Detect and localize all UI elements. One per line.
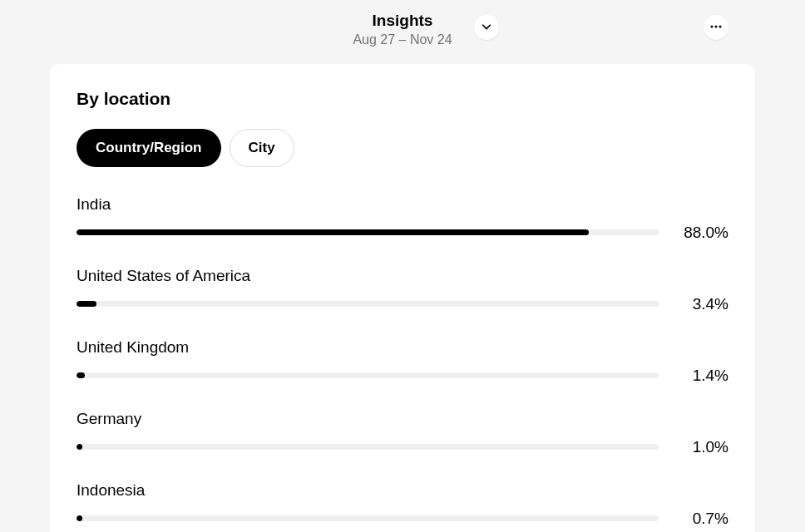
bar-track — [77, 515, 659, 521]
bar-fill — [77, 301, 96, 307]
location-value: 88.0% — [679, 224, 728, 242]
location-row: 0.7% — [77, 510, 728, 528]
location-name: Indonesia — [77, 481, 728, 500]
list-item: Germany 1.0% — [77, 410, 728, 456]
more-options-button[interactable] — [704, 15, 728, 40]
list-item: India 88.0% — [77, 195, 728, 242]
date-range: Aug 27 – Nov 24 — [353, 32, 452, 47]
location-value: 1.4% — [679, 367, 728, 385]
chevron-down-icon — [481, 21, 492, 35]
location-tabs: Country/Region City — [77, 129, 728, 167]
location-name: United States of America — [77, 267, 728, 285]
svg-point-1 — [715, 25, 718, 27]
bar-fill — [77, 372, 85, 378]
bar-fill — [77, 515, 82, 521]
bar-fill — [77, 229, 589, 235]
location-row: 3.4% — [77, 295, 728, 313]
bar-fill — [77, 444, 82, 450]
location-row: 1.0% — [77, 438, 728, 456]
svg-point-2 — [719, 25, 722, 27]
location-row: 88.0% — [77, 224, 728, 242]
bar-track — [77, 372, 659, 378]
location-name: United Kingdom — [77, 338, 728, 357]
location-card: By location Country/Region City India 88… — [50, 64, 755, 532]
header-center: Insights Aug 27 – Nov 24 — [353, 12, 452, 47]
svg-point-0 — [711, 25, 714, 27]
bar-track — [77, 229, 659, 235]
location-name: Germany — [77, 410, 728, 428]
list-item: United Kingdom 1.4% — [77, 338, 728, 385]
date-range-dropdown-button[interactable] — [474, 15, 499, 40]
page-title: Insights — [353, 12, 452, 31]
tab-city[interactable]: City — [230, 129, 294, 167]
location-list: India 88.0% United States of America 3.4… — [77, 195, 728, 532]
bar-track — [77, 301, 659, 307]
page-header: Insights Aug 27 – Nov 24 — [0, 0, 805, 64]
list-item: United States of America 3.4% — [77, 267, 728, 313]
location-name: India — [77, 195, 728, 214]
bar-track — [77, 444, 659, 450]
list-item: Indonesia 0.7% — [77, 481, 728, 528]
tab-country-region[interactable]: Country/Region — [77, 129, 221, 167]
section-title: By location — [77, 89, 728, 109]
location-value: 3.4% — [679, 295, 728, 313]
location-value: 0.7% — [679, 510, 728, 528]
ellipsis-icon — [709, 20, 723, 36]
location-row: 1.4% — [77, 367, 728, 385]
location-value: 1.0% — [679, 438, 728, 456]
